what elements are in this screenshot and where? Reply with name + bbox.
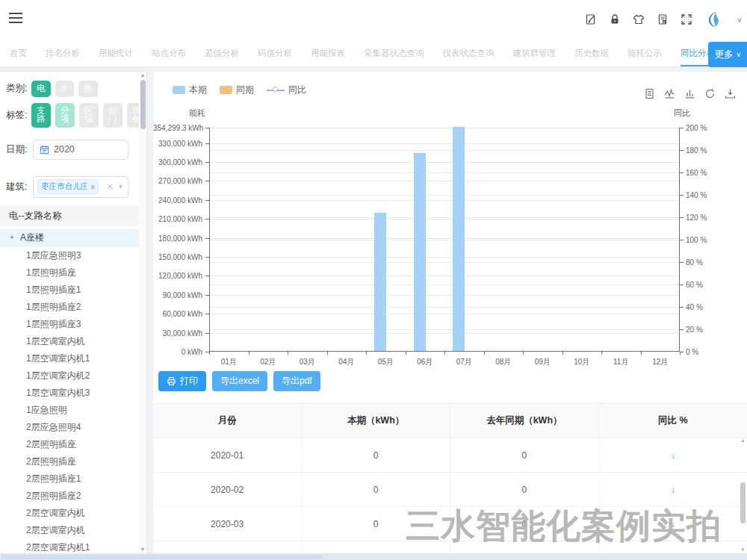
tab-仪表状态查询[interactable]: 仪表状态查询 bbox=[443, 42, 495, 66]
gridline-left bbox=[210, 295, 679, 296]
table-scroll-down-icon[interactable]: ▼ bbox=[740, 547, 746, 553]
tree-item[interactable]: 1层空调室内机1 bbox=[0, 350, 146, 367]
table-row[interactable]: 2020-0300↓ bbox=[153, 507, 747, 541]
tree-item[interactable]: 1层照明插座1 bbox=[0, 281, 146, 299]
gridline-left bbox=[210, 333, 679, 334]
tree-item[interactable]: 1层空调室内机2 bbox=[0, 367, 146, 385]
scroll-down-icon[interactable]: ▼ bbox=[139, 546, 146, 553]
tree-item[interactable]: 2层空调室内机1 bbox=[0, 539, 146, 554]
tab-排名分析[interactable]: 排名分析 bbox=[46, 42, 80, 66]
tag-chip-区域[interactable]: 区域 bbox=[79, 103, 99, 128]
fullscreen-icon[interactable] bbox=[681, 13, 693, 26]
tab-建筑群管理[interactable]: 建筑群管理 bbox=[513, 42, 557, 66]
sidebar-scrollbar[interactable]: ▲ ▼ bbox=[139, 72, 146, 553]
tab-能耗公示[interactable]: 能耗公示 bbox=[627, 42, 662, 66]
building-select[interactable]: 枣庄市台儿庄 x ✕ ▼ bbox=[33, 176, 128, 198]
gridline-left bbox=[210, 257, 679, 258]
gridline-right bbox=[210, 172, 679, 173]
edit-note-icon[interactable] bbox=[585, 13, 598, 26]
category-chip-水[interactable]: 水 bbox=[55, 81, 75, 97]
tree-item[interactable]: 2层照明插座2 bbox=[0, 488, 146, 505]
tree-item[interactable]: 2层应急照明4 bbox=[0, 419, 146, 436]
yoy-bar-chart[interactable]: 354,299.3 kWh330,000 kWh300,000 kWh270,0… bbox=[153, 72, 747, 385]
lock-icon[interactable] bbox=[609, 13, 622, 26]
export-excel-button[interactable]: 导出excel bbox=[212, 371, 267, 391]
cell-last-year: 0 bbox=[450, 507, 599, 541]
tag-chip-部门[interactable]: 部门 bbox=[103, 103, 123, 128]
tab-码值分析[interactable]: 码值分析 bbox=[258, 42, 292, 66]
y-tick bbox=[205, 219, 209, 220]
horizontal-scrollbar[interactable] bbox=[0, 553, 747, 560]
tree-item[interactable]: 2层照明插座1 bbox=[0, 470, 146, 488]
table-row[interactable]: 2020-0400↓ bbox=[153, 541, 747, 554]
tag-close-icon[interactable]: x bbox=[91, 183, 95, 190]
tree-item[interactable]: 1应急照明 bbox=[0, 402, 146, 419]
y-tick bbox=[205, 181, 209, 181]
tab-label: 能耗公示 bbox=[627, 48, 662, 59]
gridline-right bbox=[210, 217, 679, 218]
scroll-up-icon[interactable]: ▲ bbox=[139, 72, 146, 79]
theme-shirt-icon[interactable] bbox=[633, 13, 645, 26]
tree-item[interactable]: 1层照明插座2 bbox=[0, 299, 146, 316]
id-badge-icon[interactable]: A bbox=[657, 13, 669, 26]
tree-item[interactable]: 2层空调室内机 bbox=[0, 522, 146, 539]
cell-last-year: 0 bbox=[450, 438, 599, 473]
x-axis-label: 03月 bbox=[288, 357, 327, 367]
tab-差值分析[interactable]: 差值分析 bbox=[205, 42, 239, 66]
more-button[interactable]: 更多∨ bbox=[708, 42, 747, 67]
tab-站点分布[interactable]: 站点分布 bbox=[152, 42, 186, 66]
tree-item[interactable]: 1层空调室内机3 bbox=[0, 385, 146, 402]
menu-icon[interactable] bbox=[9, 13, 22, 26]
tab-用能统计[interactable]: 用能统计 bbox=[99, 42, 133, 66]
y-tick bbox=[205, 200, 209, 201]
more-caret-icon: ∨ bbox=[736, 51, 741, 58]
scrollbar-thumb[interactable] bbox=[140, 80, 146, 129]
table-scrollbar-thumb[interactable] bbox=[740, 482, 746, 523]
horizontal-scrollbar-thumb[interactable] bbox=[1, 555, 323, 559]
print-button[interactable]: 打印 bbox=[158, 371, 206, 391]
tab-label: 采集器状态查询 bbox=[364, 48, 424, 59]
tree-root-label: A座楼 bbox=[20, 231, 44, 244]
gridline-left bbox=[210, 143, 679, 144]
y-axis-label-left: 180,000 kWh bbox=[153, 234, 202, 242]
export-pdf-button[interactable]: 导出pdf bbox=[273, 371, 320, 391]
table-row[interactable]: 2020-0200↓ bbox=[153, 473, 747, 507]
tree-item[interactable]: 1层空调室内机 bbox=[0, 333, 146, 350]
category-chip-热[interactable]: 热 bbox=[78, 81, 98, 97]
table-scroll-up-icon[interactable]: ▲ bbox=[740, 438, 746, 444]
gridline-right bbox=[210, 195, 679, 196]
tree-item[interactable]: 1层照明插座 bbox=[0, 264, 146, 281]
bar-05月[interactable] bbox=[374, 213, 386, 351]
chevron-down-icon[interactable]: ∨ bbox=[737, 15, 743, 25]
tree-root-node[interactable]: ▼A座楼 bbox=[0, 229, 146, 247]
date-input[interactable]: 2020 bbox=[33, 140, 128, 160]
y-axis-label-left: 60,000 kWh bbox=[153, 310, 202, 318]
bar-06月[interactable] bbox=[414, 153, 426, 351]
table-row[interactable]: 2020-0100↓ bbox=[153, 438, 747, 473]
gridline-left bbox=[210, 276, 679, 276]
tree-item[interactable]: 1层照明插座3 bbox=[0, 316, 146, 333]
tree-collapse-icon[interactable]: ▼ bbox=[9, 234, 15, 241]
tag-chip-支路[interactable]: 支路 bbox=[31, 103, 51, 128]
y-tick bbox=[205, 143, 209, 144]
y-axis-label-right: 80 % bbox=[686, 258, 703, 267]
table-column-header: 同比 % bbox=[598, 404, 747, 438]
y-tick bbox=[205, 128, 209, 128]
category-label: 类别: bbox=[6, 82, 31, 95]
table-scrollbar[interactable]: ▲ ▼ bbox=[740, 438, 746, 553]
tree-item[interactable]: 2层照明插座 bbox=[0, 436, 146, 453]
select-caret-icon[interactable]: ▼ bbox=[117, 183, 124, 190]
tab-采集器状态查询[interactable]: 采集器状态查询 bbox=[364, 42, 424, 66]
tree-item[interactable]: 2层照明插座 bbox=[0, 453, 146, 470]
tree-item[interactable]: 1层应急照明3 bbox=[0, 247, 146, 264]
bar-07月[interactable] bbox=[453, 127, 465, 351]
tab-用能报表[interactable]: 用能报表 bbox=[311, 42, 345, 66]
tab-历史数据[interactable]: 历史数据 bbox=[574, 42, 609, 66]
tree-header: 电--支路名称 bbox=[0, 205, 139, 226]
select-clear-icon[interactable]: ✕ bbox=[107, 182, 114, 192]
tab-首页[interactable]: 首页 bbox=[10, 42, 27, 66]
tag-chip-分项[interactable]: 分项 bbox=[55, 103, 75, 128]
category-chip-电[interactable]: 电 bbox=[31, 81, 51, 97]
tree-item[interactable]: 2层空调室内机 bbox=[0, 505, 146, 522]
flame-logo[interactable] bbox=[704, 9, 725, 30]
